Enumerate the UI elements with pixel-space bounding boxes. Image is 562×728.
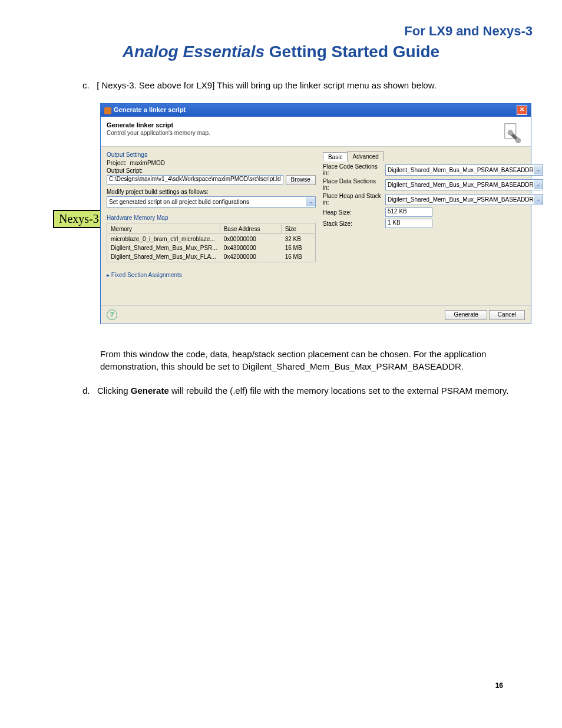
para-c-text: [ Nexys-3. See above for LX9] This will … bbox=[97, 80, 437, 90]
link-icon bbox=[503, 121, 525, 144]
chevron-down-icon: ⌄ bbox=[534, 180, 543, 189]
code-sections-label: Place Code Sections in: bbox=[323, 163, 382, 176]
paragraph-c: c. [ Nexys-3. See above for LX9] This wi… bbox=[82, 79, 521, 91]
title-italic: Analog Essentials bbox=[123, 42, 265, 61]
nexys-tag: Nexys-3 bbox=[53, 210, 105, 228]
cancel-button[interactable]: Cancel bbox=[489, 310, 525, 320]
table-row: microblaze_0_i_bram_ctrl_microblaze...0x… bbox=[108, 235, 314, 243]
generate-button[interactable]: Generate bbox=[445, 310, 487, 320]
paragraph-after: From this window the code, data, heap/st… bbox=[100, 348, 521, 373]
paragraph-d: d. Clicking Generate will rebuild the (.… bbox=[82, 384, 521, 397]
modify-label: Modify project build settings as follows… bbox=[107, 189, 316, 195]
page-title: Analog Essentials Getting Started Guide bbox=[29, 42, 533, 61]
output-script-input[interactable]: C:\Designs\maxim\v1_4\sdkWorkspace\maxim… bbox=[107, 175, 283, 185]
list-marker-c: c. bbox=[82, 80, 90, 90]
tab-advanced[interactable]: Advanced bbox=[347, 151, 384, 161]
chevron-down-icon: ⌄ bbox=[534, 195, 543, 204]
titlebar-text: Generate a linker script bbox=[104, 106, 186, 114]
browse-button[interactable]: Browse bbox=[286, 175, 316, 185]
title-rest: Getting Started Guide bbox=[265, 42, 439, 61]
heap-size-input[interactable]: 512 KB bbox=[385, 207, 432, 217]
titlebar: Generate a linker script ✕ bbox=[101, 104, 531, 117]
svg-point-1 bbox=[508, 130, 514, 136]
output-settings-label: Output Settings bbox=[107, 151, 316, 158]
memory-table: Memory Base Address Size microblaze_0_i_… bbox=[107, 223, 316, 262]
heap-stack-dropdown[interactable]: Digilent_Shared_Mem_Bus_Mux_PSRAM_BASEAD… bbox=[385, 194, 543, 205]
list-marker-d: d. bbox=[82, 386, 90, 396]
heap-stack-label: Place Heap and Stack in: bbox=[323, 193, 382, 206]
table-row: Digilent_Shared_Mem_Bus_Mux_PSR...0x4300… bbox=[108, 244, 314, 252]
modify-dropdown[interactable]: Set generated script on all project buil… bbox=[107, 196, 316, 207]
code-sections-dropdown[interactable]: Digilent_Shared_Mem_Bus_Mux_PSRAM_BASEAD… bbox=[385, 164, 543, 176]
hw-map-label: Hardware Memory Map bbox=[107, 215, 316, 221]
col-base[interactable]: Base Address bbox=[222, 225, 282, 234]
data-sections-dropdown[interactable]: Digilent_Shared_Mem_Bus_Mux_PSRAM_BASEAD… bbox=[385, 179, 543, 190]
help-icon[interactable]: ? bbox=[107, 309, 117, 320]
chevron-down-icon: ⌄ bbox=[306, 197, 315, 206]
output-script-label: Output Script: bbox=[107, 167, 316, 174]
linker-dialog: Generate a linker script ✕ Generate link… bbox=[100, 103, 531, 324]
heap-size-label: Heap Size: bbox=[323, 209, 382, 216]
data-sections-label: Place Data Sections in: bbox=[323, 178, 382, 191]
col-memory[interactable]: Memory bbox=[108, 225, 220, 234]
fixed-assignments-expander[interactable]: Fixed Section Assignments bbox=[107, 272, 316, 278]
dialog-heading: Generate linker script bbox=[107, 121, 210, 129]
stack-size-label: Stack Size: bbox=[323, 220, 382, 227]
project-row: Project: maximPMOD bbox=[107, 160, 316, 166]
svg-point-2 bbox=[515, 138, 521, 144]
page-number: 16 bbox=[495, 681, 503, 690]
stack-size-input[interactable]: 1 KB bbox=[385, 219, 432, 228]
chevron-down-icon: ⌄ bbox=[534, 166, 543, 174]
header-subtitle: For LX9 and Nexys-3 bbox=[29, 24, 533, 39]
dialog-subheading: Control your application's memory map. bbox=[107, 130, 210, 136]
col-size[interactable]: Size bbox=[283, 225, 314, 234]
table-row: Digilent_Shared_Mem_Bus_Mux_FLA...0x4200… bbox=[108, 253, 314, 261]
close-icon[interactable]: ✕ bbox=[517, 106, 527, 115]
tab-basic[interactable]: Basic bbox=[323, 152, 348, 162]
